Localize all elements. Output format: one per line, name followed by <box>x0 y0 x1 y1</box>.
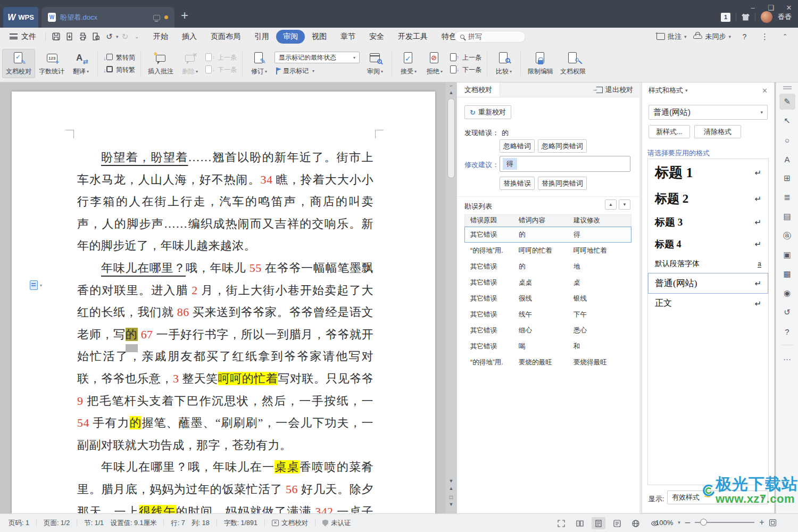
next-change-button[interactable]: ↓下一条 <box>448 65 483 74</box>
style-item[interactable]: 标题 2↵ <box>648 186 768 211</box>
print-preview-button[interactable] <box>89 30 103 43</box>
track-changes-button[interactable]: ✎ 修订▾ <box>246 49 272 78</box>
word-count-button[interactable]: 123+ 字数统计 <box>36 49 68 78</box>
style-item[interactable]: 正文↵ <box>648 294 768 313</box>
accept-button[interactable]: ✓ 接受▾ <box>396 49 421 78</box>
replace-same-button[interactable]: 替换同类错词 <box>538 177 587 190</box>
error-list-up-button[interactable]: ▲ <box>605 200 617 210</box>
zoom-out-button[interactable]: – <box>685 517 690 528</box>
next-comment-button[interactable]: ↓下一条 <box>203 65 238 74</box>
format-brush-icon[interactable]: ✎ <box>779 94 795 110</box>
translate-button[interactable]: A⇄ 翻译▾ <box>68 49 94 78</box>
style-item[interactable]: 默认段落字体a <box>648 255 768 273</box>
menu-tab-章节[interactable]: 章节 <box>334 30 362 44</box>
skin-theme-icon[interactable] <box>742 14 750 21</box>
scroll-up-icon[interactable]: ▲ <box>446 90 456 95</box>
print-layout-icon[interactable] <box>592 517 605 529</box>
wordart-icon[interactable]: A <box>779 151 795 167</box>
sync-status-button[interactable]: 未同步▾ <box>693 32 731 41</box>
menu-tab-审阅[interactable]: 审阅 <box>276 30 305 44</box>
error-row[interactable]: 其它错误的地 <box>464 259 631 275</box>
error-table-header-cell[interactable]: 建议修改 <box>568 216 630 225</box>
scrollbar-thumb[interactable] <box>447 98 455 178</box>
document-text[interactable]: 盼望着，盼望着……翘首以盼的新年近了。街市上车水马龙，人山人海，好不热闹。34 … <box>77 146 373 513</box>
next-page-icon[interactable]: ▼ <box>446 502 456 507</box>
zoom-value[interactable]: 100% <box>655 519 673 527</box>
style-item[interactable]: 标题 3↵ <box>648 211 768 234</box>
prev-change-button[interactable]: ↑上一条 <box>448 53 483 62</box>
strip-handle-icon[interactable] <box>783 86 792 89</box>
simp-to-trad-button[interactable]: ↓简转繁 <box>102 65 137 74</box>
undo-button[interactable]: ↺ <box>103 30 116 43</box>
proofread-margin-button[interactable]: ▾ <box>30 280 42 290</box>
save-button[interactable] <box>49 30 63 43</box>
menu-tab-页面布局[interactable]: 页面布局 <box>204 30 247 44</box>
markup-state-select[interactable]: 显示标记的最终状态▾ <box>275 52 360 63</box>
document-page[interactable]: 盼望着，盼望着……翘首以盼的新年近了。街市上车水马龙，人山人海，好不热闹。34 … <box>12 92 435 513</box>
material-box-icon[interactable]: ▣ <box>779 247 795 263</box>
zoom-in-button[interactable]: + <box>759 518 764 527</box>
error-row[interactable]: 其它错误桌桌桌 <box>464 275 631 290</box>
review-pane-button[interactable]: 审阅▾ <box>362 49 388 78</box>
property-sliders-icon[interactable]: ≣ <box>779 189 795 205</box>
replace-error-button[interactable]: 替换错误 <box>500 177 535 190</box>
compare-button[interactable]: 比较▾ <box>491 49 517 78</box>
translate-icon[interactable]: ⓐ <box>779 228 795 244</box>
error-row[interactable]: 其它错误喝和 <box>464 338 631 354</box>
menu-tab-插入[interactable]: 插入 <box>175 30 204 44</box>
table-icon[interactable]: ⊞ <box>779 170 795 186</box>
recheck-button[interactable]: ↻重新校对 <box>464 105 511 119</box>
fullscreen-view-icon[interactable] <box>554 517 568 529</box>
quickbar-more-icon[interactable]: ⌄ <box>135 34 139 39</box>
comments-button[interactable]: 批注▾ <box>656 32 687 41</box>
insert-comment-button[interactable]: * 插入批注 <box>145 49 177 78</box>
select-arrow-icon[interactable]: ↖ <box>779 113 795 129</box>
help-icon[interactable]: ? <box>779 323 795 339</box>
menu-tab-引用[interactable]: 引用 <box>247 30 276 44</box>
web-layout-icon[interactable] <box>629 517 643 529</box>
menu-tab-开始[interactable]: 开始 <box>146 30 175 44</box>
error-table-header-cell[interactable]: 错误原因 <box>465 216 513 225</box>
close-panel-icon[interactable]: ✕ <box>762 87 768 95</box>
image-icon[interactable]: ▦ <box>779 266 795 282</box>
fit-page-button[interactable] <box>769 519 776 526</box>
show-markup-button[interactable]: 显示标记▾ <box>275 66 360 76</box>
export-button[interactable] <box>63 30 76 43</box>
error-row[interactable]: 其它错误的得 <box>464 227 631 243</box>
previous-page-icon[interactable]: ▲ <box>446 486 456 491</box>
menu-tab-开发工具[interactable]: 开发工具 <box>391 30 435 44</box>
exit-proofread-button[interactable]: 退出校对 <box>590 82 639 97</box>
new-style-button[interactable]: 新样式... <box>649 125 690 138</box>
status-item[interactable]: 未认证 <box>322 519 351 528</box>
error-table-header-cell[interactable]: 错词内容 <box>513 216 568 225</box>
suggestion-box[interactable]: 得 <box>500 156 630 172</box>
clear-format-button[interactable]: 清除格式 <box>694 125 741 138</box>
collapse-ribbon-button[interactable]: ⌃ <box>778 30 792 43</box>
print-button[interactable] <box>76 30 89 43</box>
error-list-down-button[interactable]: ▼ <box>619 200 630 210</box>
delete-comment-button[interactable]: ✕ 删除▾ <box>177 49 203 78</box>
status-item[interactable]: 字数: 1/891 <box>224 519 257 528</box>
status-item[interactable]: 页面: 1/2 <box>44 519 70 528</box>
menu-tab-安全[interactable]: 安全 <box>362 30 391 44</box>
shapes-icon[interactable]: ○ <box>779 132 795 148</box>
more-tools-icon[interactable]: ··· <box>779 351 795 367</box>
file-menu[interactable]: 文件 <box>4 32 41 41</box>
zoom-caret-icon[interactable]: ▾ <box>678 520 680 525</box>
stamp-seal-icon[interactable]: ◉ <box>779 285 795 301</box>
ruler-toggle-icon[interactable]: ⌐ <box>446 84 456 88</box>
more-menu-button[interactable]: ⋮ <box>758 30 771 43</box>
error-row[interactable]: 其它错误很线银线 <box>464 290 631 306</box>
error-row[interactable]: “的得地”用.要烧的最旺要烧得最旺 <box>464 354 631 370</box>
clipart-icon[interactable]: ▤ <box>779 209 795 225</box>
styles-title-caret-icon[interactable]: ▾ <box>685 88 688 93</box>
status-item[interactable]: ✕文档校对 <box>272 519 308 528</box>
history-icon[interactable]: ↺ <box>779 304 795 320</box>
select-browse-object-icon[interactable]: ▢ <box>446 495 456 500</box>
doc-proofread-button[interactable]: ✓✎ 文档校对 <box>2 49 35 78</box>
ignore-same-button[interactable]: 忽略同类错词 <box>538 139 587 153</box>
redo-button[interactable]: ↻ <box>119 30 132 43</box>
document-tab[interactable]: W 盼望着.docx <box>41 7 174 28</box>
zoom-slider-thumb[interactable] <box>700 519 707 526</box>
error-row[interactable]: “的得地”用.呵呵的忙着呵呵地忙着 <box>464 243 631 259</box>
